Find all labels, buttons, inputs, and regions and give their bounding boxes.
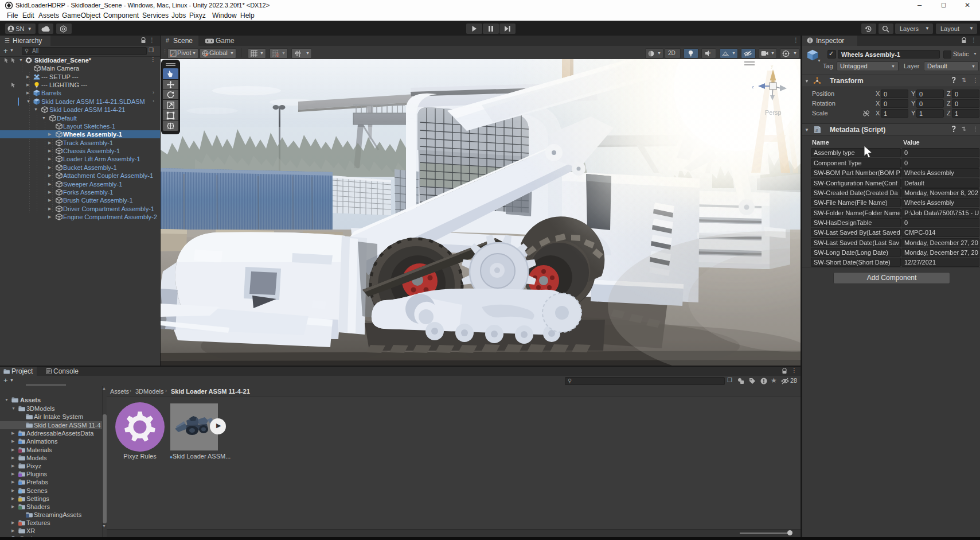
svg-text:Persp: Persp bbox=[765, 109, 782, 116]
svg-text:y: y bbox=[771, 63, 774, 69]
svg-text:x: x bbox=[709, 51, 710, 55]
svg-text:#: # bbox=[815, 128, 818, 133]
svg-text:z: z bbox=[752, 84, 754, 90]
